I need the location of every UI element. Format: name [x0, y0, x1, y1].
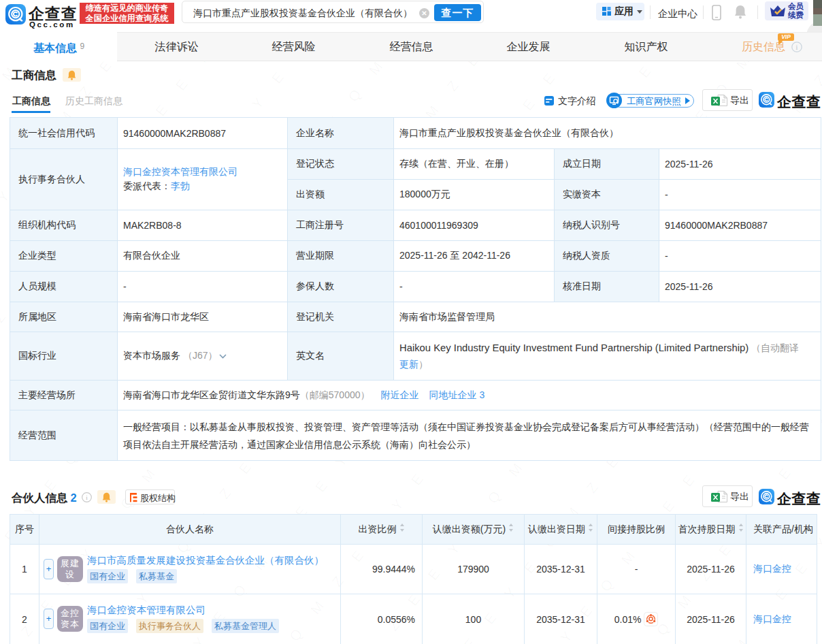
svg-text:i: i [796, 44, 798, 51]
svg-text:i: i [86, 494, 88, 501]
